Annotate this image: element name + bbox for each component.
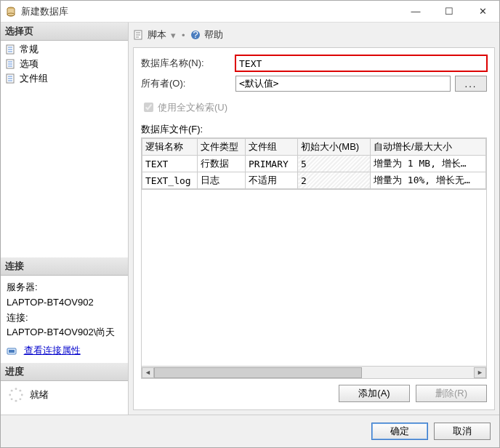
cell-type: 日志 [198,172,246,189]
maximize-button[interactable]: ☐ [432,1,466,23]
progress-header: 进度 [1,363,128,381]
svg-point-14 [11,390,13,392]
conn-label: 连接: [7,311,122,326]
col-file-type[interactable]: 文件类型 [198,139,246,156]
scroll-left-icon[interactable]: ◄ [142,367,154,378]
help-icon: ? [190,29,201,41]
owner-input[interactable] [235,76,451,92]
script-icon [133,29,145,41]
connection-icon [7,345,18,357]
svg-point-13 [9,394,11,396]
nav-label: 选项 [20,57,39,71]
page-icon [5,73,17,84]
minimize-button[interactable]: — [399,1,432,23]
col-logical-name[interactable]: 逻辑名称 [142,139,198,156]
cell-size[interactable]: 2 [298,172,371,189]
nav-label: 常规 [20,43,39,56]
progress-spinner-icon [8,387,24,403]
main-panel: 数据库名称(N): 所有者(O): ... 使用全文检索(U) 数据库文件(F)… [133,47,495,410]
svg-rect-6 [9,350,15,353]
svg-point-9 [21,394,23,396]
dialog-footer: 确定 取消 [1,415,499,447]
files-table[interactable]: 逻辑名称 文件类型 文件组 初始大小(MB) 自动增长/最大大小 TEXT 行数… [142,138,486,189]
col-autogrowth[interactable]: 自动增长/最大大小 [371,139,486,156]
view-connection-link[interactable]: 查看连接属性 [24,345,81,356]
cell-group[interactable]: PRIMARY [246,156,298,172]
page-nav-list: 常规 选项 文件组 [1,41,128,87]
svg-text:?: ? [193,29,198,40]
nav-label: 文件组 [20,72,48,85]
cell-group: 不适用 [246,172,298,189]
server-value: LAPTOP-BT4OV902 [7,295,122,311]
files-table-wrapper: 逻辑名称 文件类型 文件组 初始大小(MB) 自动增长/最大大小 TEXT 行数… [141,137,487,379]
horizontal-scrollbar[interactable]: ◄ ► [142,366,486,378]
new-database-dialog: 新建数据库 — ☐ ✕ 选择页 常规 选项 文件组 [0,0,500,448]
table-row[interactable]: TEXT_log 日志 不适用 2 增量为 10%, 增长无… [142,172,486,189]
svg-point-7 [15,388,17,390]
table-row[interactable]: TEXT 行数据 PRIMARY 5 增量为 1 MB, 增长… [142,156,486,172]
nav-item-general[interactable]: 常规 [1,42,128,57]
svg-point-10 [19,398,21,400]
help-button[interactable]: 帮助 [204,28,223,41]
window-title: 新建数据库 [21,5,399,18]
files-label: 数据库文件(F): [141,123,487,136]
connection-info: 服务器: LAPTOP-BT4OV902 连接: LAPTOP-BT4OV902… [1,276,128,363]
remove-button: 删除(R) [416,385,487,402]
owner-label: 所有者(O): [141,77,235,90]
cell-name[interactable]: TEXT [142,156,198,172]
connection-header: 连接 [1,257,128,276]
db-name-input[interactable] [235,55,487,71]
page-icon [5,58,17,70]
titlebar[interactable]: 新建数据库 — ☐ ✕ [1,1,499,23]
nav-item-options[interactable]: 选项 [1,57,128,71]
script-dropdown-icon[interactable]: ▾ [171,30,176,41]
fulltext-label: 使用全文检索(U) [158,101,227,114]
nav-item-filegroups[interactable]: 文件组 [1,71,128,86]
svg-point-12 [11,398,13,400]
table-header-row: 逻辑名称 文件类型 文件组 初始大小(MB) 自动增长/最大大小 [142,139,486,156]
toolbar: 脚本 ▾ • ? 帮助 [133,25,495,47]
conn-value: LAPTOP-BT4OV902\尚天 [7,325,122,340]
add-button[interactable]: 添加(A) [339,385,410,402]
cell-growth[interactable]: 增量为 10%, 增长无… [371,172,486,189]
owner-browse-button[interactable]: ... [455,76,487,92]
svg-point-8 [19,390,21,392]
cell-name[interactable]: TEXT_log [142,172,198,189]
page-icon [5,44,17,55]
cell-type: 行数据 [198,156,246,172]
cell-size[interactable]: 5 [298,156,371,172]
script-button[interactable]: 脚本 [148,28,166,41]
cell-growth[interactable]: 增量为 1 MB, 增长… [371,156,486,172]
scroll-thumb[interactable] [154,367,362,378]
db-name-label: 数据库名称(N): [141,57,235,70]
svg-point-11 [15,400,17,402]
select-page-header: 选择页 [1,23,128,41]
server-label: 服务器: [7,280,122,295]
progress-status: 就绪 [30,388,49,401]
scroll-right-icon[interactable]: ► [474,367,486,378]
ok-button[interactable]: 确定 [371,423,428,440]
database-icon [5,6,17,17]
col-initial-size[interactable]: 初始大小(MB) [298,139,371,156]
close-button[interactable]: ✕ [466,1,499,23]
cancel-button[interactable]: 取消 [434,423,491,440]
fulltext-checkbox [144,103,153,112]
col-filegroup[interactable]: 文件组 [246,139,298,156]
